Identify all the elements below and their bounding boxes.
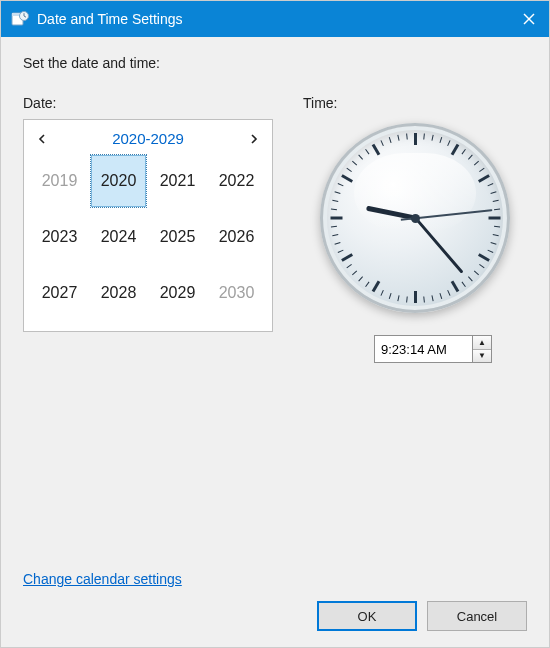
tick-major xyxy=(450,144,459,156)
year-cell[interactable]: 2023 xyxy=(30,209,89,265)
tick-minor xyxy=(431,135,433,141)
tick-minor xyxy=(388,137,391,143)
tick-major xyxy=(371,144,380,156)
calendar-range-button[interactable]: 2020-2029 xyxy=(112,130,184,147)
date-label: Date: xyxy=(23,95,273,111)
spinner-buttons: ▲ ▼ xyxy=(472,335,492,363)
time-label: Time: xyxy=(303,95,527,111)
close-icon xyxy=(523,13,535,25)
year-cell[interactable]: 2027 xyxy=(30,265,89,321)
tick-minor xyxy=(332,234,338,236)
tick-minor xyxy=(492,234,498,236)
tick-major xyxy=(341,174,353,183)
tick-minor xyxy=(346,264,351,268)
tick-minor xyxy=(365,149,369,154)
tick-minor xyxy=(334,191,340,194)
tick-minor xyxy=(332,200,338,202)
time-spinner: ▲ ▼ xyxy=(374,335,492,363)
year-cell[interactable]: 2021 xyxy=(148,153,207,209)
tick-minor xyxy=(487,250,493,253)
calendar-header: 2020-2029 xyxy=(30,126,266,153)
tick-major xyxy=(414,133,417,145)
tick-major xyxy=(450,280,459,292)
tick-minor xyxy=(494,226,500,228)
year-grid: 2019202020212022202320242025202620272028… xyxy=(30,153,266,321)
tick-minor xyxy=(492,200,498,202)
tick-minor xyxy=(365,282,369,287)
tick-minor xyxy=(467,276,472,281)
tick-minor xyxy=(423,297,425,303)
tick-major xyxy=(414,291,417,303)
analog-clock xyxy=(320,123,510,313)
triangle-down-icon: ▼ xyxy=(478,351,486,360)
tick-minor xyxy=(330,226,336,228)
tick-minor xyxy=(479,168,484,172)
tick-minor xyxy=(447,140,450,146)
tick-minor xyxy=(494,209,500,211)
tick-minor xyxy=(461,282,465,287)
tick-minor xyxy=(490,242,496,245)
time-input[interactable] xyxy=(374,335,472,363)
titlebar: Date and Time Settings xyxy=(1,1,549,37)
tick-minor xyxy=(423,133,425,139)
page-heading: Set the date and time: xyxy=(23,55,527,71)
year-cell[interactable]: 2024 xyxy=(89,209,148,265)
tick-minor xyxy=(431,295,433,301)
tick-minor xyxy=(337,250,343,253)
year-cell[interactable]: 2025 xyxy=(148,209,207,265)
tick-minor xyxy=(397,135,399,141)
tick-minor xyxy=(447,290,450,296)
tick-major xyxy=(488,217,500,220)
tick-major xyxy=(330,217,342,220)
tick-minor xyxy=(358,276,363,281)
tick-major xyxy=(477,253,489,262)
year-cell[interactable]: 2030 xyxy=(207,265,266,321)
tick-minor xyxy=(473,270,478,275)
tick-minor xyxy=(351,161,356,166)
tick-minor xyxy=(346,168,351,172)
tick-minor xyxy=(380,290,383,296)
calendar: 2020-2029 201920202021202220232024202520… xyxy=(23,119,273,332)
tick-minor xyxy=(490,191,496,194)
close-button[interactable] xyxy=(509,1,549,37)
triangle-up-icon: ▲ xyxy=(478,338,486,347)
tick-minor xyxy=(473,161,478,166)
year-cell[interactable]: 2022 xyxy=(207,153,266,209)
year-cell[interactable]: 2019 xyxy=(30,153,89,209)
year-cell[interactable]: 2026 xyxy=(207,209,266,265)
year-cell[interactable]: 2028 xyxy=(89,265,148,321)
tick-minor xyxy=(467,154,472,159)
tick-major xyxy=(477,174,489,183)
tick-minor xyxy=(351,270,356,275)
tick-minor xyxy=(397,295,399,301)
spinner-up-button[interactable]: ▲ xyxy=(473,336,491,350)
tick-minor xyxy=(439,293,442,299)
datetime-icon xyxy=(11,10,29,28)
calendar-next-button[interactable] xyxy=(246,131,262,147)
year-cell[interactable]: 2029 xyxy=(148,265,207,321)
dialog-footer: OK Cancel xyxy=(23,601,527,631)
ok-button[interactable]: OK xyxy=(317,601,417,631)
clock-center xyxy=(411,214,420,223)
tick-minor xyxy=(406,133,408,139)
tick-minor xyxy=(406,297,408,303)
tick-minor xyxy=(334,242,340,245)
tick-minor xyxy=(388,293,391,299)
tick-minor xyxy=(358,154,363,159)
year-cell[interactable]: 2020 xyxy=(91,155,146,207)
calendar-prev-button[interactable] xyxy=(34,131,50,147)
cancel-button[interactable]: Cancel xyxy=(427,601,527,631)
tick-minor xyxy=(380,140,383,146)
chevron-right-icon xyxy=(250,134,258,144)
tick-major xyxy=(371,280,380,292)
window-title: Date and Time Settings xyxy=(37,11,509,27)
spinner-down-button[interactable]: ▼ xyxy=(473,350,491,363)
tick-minor xyxy=(479,264,484,268)
tick-minor xyxy=(487,183,493,186)
tick-minor xyxy=(439,137,442,143)
chevron-left-icon xyxy=(38,134,46,144)
tick-minor xyxy=(337,183,343,186)
tick-minor xyxy=(330,209,336,211)
change-calendar-settings-link[interactable]: Change calendar settings xyxy=(23,571,182,587)
tick-minor xyxy=(461,149,465,154)
